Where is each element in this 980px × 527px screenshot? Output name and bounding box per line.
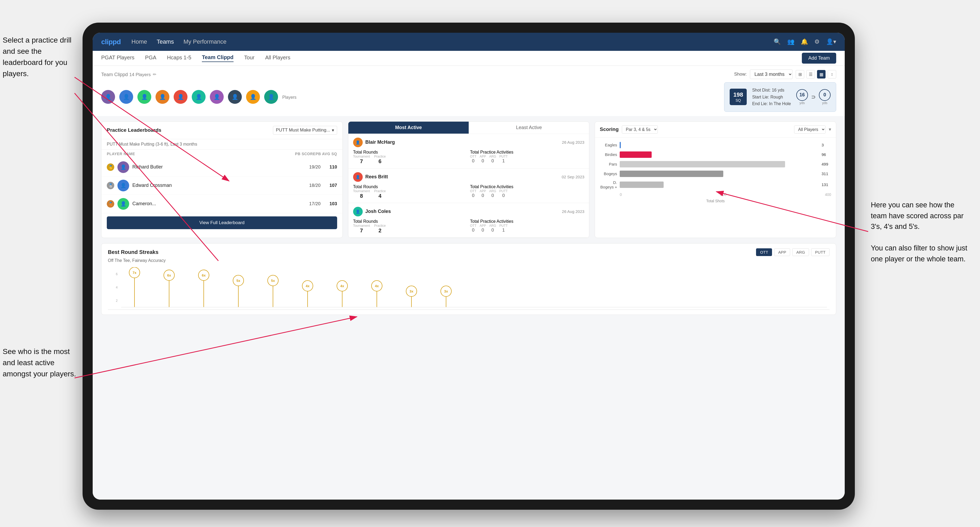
player-avatar-2[interactable]: 👤	[119, 90, 133, 104]
player3-stats: Total Rounds Tournament 7 Practice 2	[353, 219, 584, 234]
player-avatar-9[interactable]: 👤	[246, 90, 260, 104]
player-avatar-3[interactable]: 👤	[137, 90, 151, 104]
subnav-pgat[interactable]: PGAT Players	[101, 55, 135, 62]
player-avatar-7[interactable]: 👤	[210, 90, 224, 104]
subnav-pga[interactable]: PGA	[145, 55, 156, 62]
leaderboard-row-2[interactable]: 🥈 👤 Edward Crossman 18/20 107	[102, 176, 342, 195]
svg-text:5x: 5x	[237, 279, 240, 283]
svg-text:3x: 3x	[444, 289, 448, 293]
svg-text:6x: 6x	[202, 273, 206, 277]
chart-label-birdies: Birdies	[600, 152, 617, 157]
player-avatar-8[interactable]: 👤	[228, 90, 242, 104]
streaks-title: Best Round Streaks	[108, 249, 158, 255]
chevron-down-icon: ▾	[332, 127, 334, 133]
nav-item-myperformance[interactable]: My Performance	[183, 38, 226, 45]
rank-badge-1: 🥇	[107, 163, 114, 171]
activity-name-2: Rees Britt	[365, 174, 388, 179]
rank-badge-2: 🥈	[107, 182, 114, 189]
show-select[interactable]: Last 3 months Last month Last 6 months L…	[750, 70, 792, 79]
view-list-icon[interactable]: ☰	[807, 70, 815, 78]
player-count: 14 Players	[129, 72, 151, 77]
player-avatar-10[interactable]: 👤	[264, 90, 278, 104]
chart-val-birdies: 96	[822, 152, 831, 157]
view-icons: ⊞ ☰ ▦ ↕	[796, 70, 836, 78]
leaderboard-filter[interactable]: PUTT Must Make Putting... ▾	[273, 126, 337, 135]
nav-items: Home Teams My Performance	[132, 38, 763, 45]
lb-avg-3: 103	[324, 201, 337, 206]
leaderboard-row-3[interactable]: 🥉 👤 Cameron... 17/20 103	[102, 195, 342, 213]
annotation-top-right: Here you can see how the team have score…	[871, 200, 972, 264]
player1-stats: Total Rounds Tournament 7 Practice 6	[353, 150, 584, 165]
subnav-hcaps[interactable]: Hcaps 1-5	[167, 55, 191, 62]
view-grid-icon[interactable]: ⊞	[796, 70, 804, 78]
scoring-par-filter[interactable]: Par 3, 4 & 5s	[622, 125, 658, 133]
activity-player-1: 👤 Blair McHarg 26 Aug 2023 Total Rounds …	[348, 134, 589, 168]
view-card-icon[interactable]: ▦	[817, 70, 826, 78]
nav-icons: 🔍 👥 🔔 ⚙ 👤▾	[773, 38, 836, 45]
player3-info-row: 👤 Josh Coles 26 Aug 2023	[353, 207, 584, 216]
subnav-tour[interactable]: Tour	[244, 55, 255, 62]
player2-stats: Total Rounds Tournament 8 Practice 4	[353, 184, 584, 199]
subnav-allplayers[interactable]: All Players	[265, 55, 290, 62]
team-header-row: Team Clippd 14 Players ✏ Show: Last 3 mo…	[93, 66, 845, 79]
settings-icon[interactable]: ⚙	[815, 38, 820, 45]
chart-bar-bogeys	[620, 171, 723, 177]
svg-text:6x: 6x	[167, 273, 171, 277]
view-full-leaderboard-button[interactable]: View Full Leaderboard	[107, 216, 337, 229]
nav-item-teams[interactable]: Teams	[157, 38, 174, 45]
activity-player-3: 👤 Josh Coles 26 Aug 2023 Total Rounds To…	[348, 203, 589, 238]
search-icon[interactable]: 🔍	[773, 38, 781, 45]
score-badge-wrap: 198 SQ	[730, 89, 747, 105]
chart-bar-dbogeys	[620, 181, 663, 188]
leaderboard-row-1[interactable]: 🥇 👤 Richard Butler 19/20 110	[102, 158, 342, 176]
profile-icon[interactable]: 👤▾	[826, 38, 836, 45]
leaderboard-col-headers: PLAYER NAME PB SCORE PB AVG SQ	[102, 149, 342, 158]
subnav-teamclippd[interactable]: Team Clippd	[202, 54, 234, 62]
least-active-tab[interactable]: Least Active	[469, 122, 589, 133]
bell-icon[interactable]: 🔔	[801, 38, 808, 45]
nav-item-home[interactable]: Home	[132, 38, 147, 45]
total-practice-label: Total Practice Activities	[470, 150, 514, 154]
filter-arg[interactable]: ARG	[792, 248, 809, 256]
practice-leaderboard-card: Practice Leaderboards PUTT Must Make Put…	[101, 121, 343, 238]
chart-x-labels: 0 200 400	[600, 192, 831, 197]
navbar: clippd Home Teams My Performance 🔍 👥 🔔 ⚙…	[93, 33, 845, 51]
subnav: PGAT Players PGA Hcaps 1-5 Team Clippd T…	[93, 51, 845, 66]
filter-app[interactable]: APP	[774, 248, 790, 256]
edit-icon[interactable]: ✏	[153, 72, 156, 77]
view-sort-icon[interactable]: ↕	[828, 70, 836, 78]
players-label: Players	[282, 95, 296, 100]
lb-avatar-3: 👤	[118, 198, 129, 210]
add-team-button[interactable]: Add Team	[802, 53, 836, 63]
chart-val-bogeys: 311	[822, 171, 831, 176]
filter-putt[interactable]: PUTT	[811, 248, 829, 256]
activity-date-1: 26 Aug 2023	[562, 140, 584, 144]
filter-ott[interactable]: OTT	[756, 248, 772, 256]
nav-logo: clippd	[101, 38, 121, 46]
chart-bar-birdies	[620, 151, 652, 158]
chart-bar-wrap-eagles	[620, 142, 819, 148]
player-avatar-1[interactable]: 👤	[101, 90, 115, 104]
lb-avatar-2: 👤	[118, 179, 129, 191]
content-grid: Practice Leaderboards PUTT Must Make Put…	[93, 116, 845, 243]
player-avatar-5[interactable]: 👤	[173, 90, 188, 104]
svg-text:4x: 4x	[340, 284, 344, 288]
scoring-player-filter[interactable]: All Players	[794, 125, 826, 133]
chart-bar-wrap-bogeys	[620, 171, 819, 177]
svg-text:4x: 4x	[306, 284, 310, 288]
chart-val-pars: 499	[822, 162, 831, 167]
chart-bar-wrap-pars	[620, 161, 819, 167]
p1-practice: 6	[374, 158, 386, 165]
lb-name-1: Richard Butler	[132, 164, 301, 170]
scoring-title: Scoring	[600, 126, 619, 132]
player-avatar-6[interactable]: 👤	[192, 90, 205, 104]
people-icon[interactable]: 👥	[787, 38, 794, 45]
tablet-screen: clippd Home Teams My Performance 🔍 👥 🔔 ⚙…	[93, 33, 845, 500]
chart-row-pars: Pars 499	[600, 161, 831, 167]
lb-avatar-1: 👤	[118, 161, 129, 173]
svg-text:7x: 7x	[133, 271, 137, 275]
svg-text:3x: 3x	[410, 289, 414, 293]
player-avatar-4[interactable]: 👤	[156, 90, 169, 104]
most-active-tab[interactable]: Most Active	[348, 122, 469, 133]
annotation-bottom-left: See who is the most and least active amo…	[3, 346, 80, 379]
